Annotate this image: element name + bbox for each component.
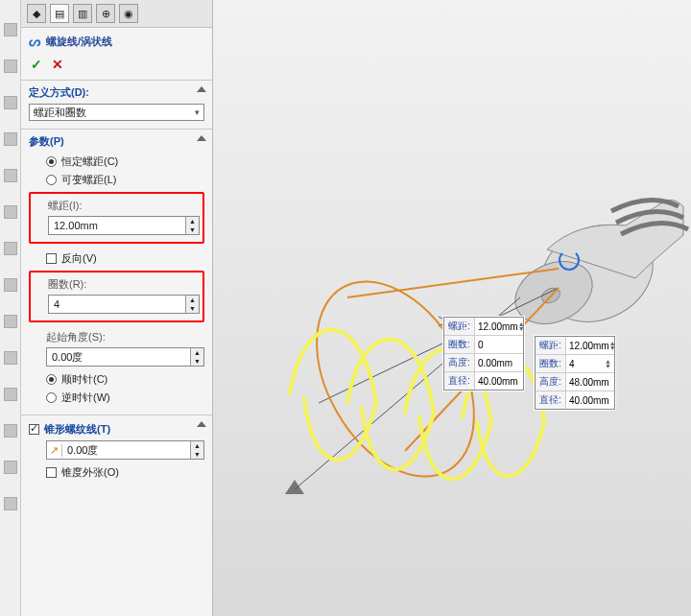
ltool-icon[interactable] xyxy=(4,424,17,438)
pitch-label: 螺距(I): xyxy=(34,197,200,214)
ok-button[interactable]: ✓ xyxy=(31,57,42,72)
ltool-icon[interactable] xyxy=(4,351,17,365)
section-params: 参数(P) 恒定螺距(C) 可变螺距(L) 螺距(I): 12.00mm ▲▼ … xyxy=(21,129,212,415)
property-panel: ◆ ▤ ▥ ⊕ ◉ ᔕ 螺旋线/涡状线 ✓ ✕ 定义方式(D): 螺距和圈数 参… xyxy=(21,0,213,616)
spinner-icon[interactable]: ▲▼ xyxy=(609,341,616,350)
c2-v2: 48.00mm xyxy=(569,377,609,388)
viewport-svg xyxy=(213,0,691,616)
ltool-icon[interactable] xyxy=(4,23,17,36)
reverse-label: 反向(V) xyxy=(61,251,97,266)
helix-icon: ᔕ xyxy=(29,34,40,49)
radio-variable-label: 可变螺距(L) xyxy=(61,173,116,187)
method-dropdown[interactable]: 螺距和圈数 xyxy=(29,104,204,121)
radio-dot-icon xyxy=(46,374,57,385)
c1-v3: 40.00mm xyxy=(478,376,518,387)
pitch-value: 12.00mm xyxy=(49,220,185,231)
tab-config-icon[interactable]: ▥ xyxy=(73,4,92,23)
spinner-icon[interactable]: ▲▼ xyxy=(605,359,611,368)
c2-k0: 螺距: xyxy=(536,337,566,354)
radio-constant-pitch[interactable]: 恒定螺距(C) xyxy=(29,153,204,171)
ltool-icon[interactable] xyxy=(4,278,17,292)
confirm-row: ✓ ✕ xyxy=(21,55,212,80)
spinner-icon[interactable]: ▲▼ xyxy=(190,348,203,366)
section-method: 定义方式(D): 螺距和圈数 xyxy=(21,80,212,129)
radio-constant-label: 恒定螺距(C) xyxy=(61,154,118,169)
ccw-label: 逆时针(W) xyxy=(61,391,110,405)
taper-angle-value: 0.00度 xyxy=(62,443,190,458)
outward-label: 锥度外张(O) xyxy=(61,465,119,480)
svg-marker-3 xyxy=(285,480,304,494)
c1-v2: 0.00mm xyxy=(478,358,512,368)
startangle-value: 0.00度 xyxy=(47,350,190,365)
ltool-icon[interactable] xyxy=(4,169,17,182)
startangle-input[interactable]: 0.00度 ▲▼ xyxy=(46,347,204,367)
radio-dot-icon xyxy=(46,175,57,185)
spinner-icon[interactable]: ▲▼ xyxy=(190,441,203,459)
tab-appearance-icon[interactable]: ◉ xyxy=(119,4,138,23)
graphics-viewport[interactable]: 螺距:12.00mm▲▼ 圈数:0 高度:0.00mm 直径:40.00mm 螺… xyxy=(213,0,691,616)
c2-k2: 高度: xyxy=(536,373,566,391)
ltool-icon[interactable] xyxy=(4,315,17,328)
c2-v3: 40.00mm xyxy=(569,395,609,406)
panel-header: ᔕ 螺旋线/涡状线 xyxy=(21,28,212,55)
taper-label: 锥形螺纹线(T) xyxy=(44,422,110,437)
c2-k1: 圈数: xyxy=(536,355,566,372)
ltool-icon[interactable] xyxy=(4,59,17,73)
method-value: 螺距和圈数 xyxy=(34,106,86,120)
callout-start[interactable]: 螺距:12.00mm▲▼ 圈数:0 高度:0.00mm 直径:40.00mm xyxy=(443,317,524,391)
cancel-button[interactable]: ✕ xyxy=(52,57,63,72)
ltool-icon[interactable] xyxy=(4,96,17,109)
check-outward[interactable]: 锥度外张(O) xyxy=(29,463,204,482)
c1-k2: 高度: xyxy=(444,354,475,371)
radio-ccw[interactable]: 逆时针(W) xyxy=(29,389,204,407)
spinner-icon[interactable]: ▲▼ xyxy=(185,217,199,234)
turns-label: 圈数(R): xyxy=(34,275,200,293)
check-reverse[interactable]: 反向(V) xyxy=(29,249,204,268)
pitch-input[interactable]: 12.00mm ▲▼ xyxy=(48,216,200,235)
radio-variable-pitch[interactable]: 可变螺距(L) xyxy=(29,171,204,189)
ltool-icon[interactable] xyxy=(4,205,17,219)
highlight-turns: 圈数(R): 4 ▲▼ xyxy=(29,271,204,322)
radio-dot-icon xyxy=(46,392,57,403)
c1-k3: 直径: xyxy=(444,372,475,390)
panel-title: 螺旋线/涡状线 xyxy=(46,35,112,49)
c2-k3: 直径: xyxy=(536,391,566,409)
callout-end[interactable]: 螺距:12.00mm▲▼ 圈数:4▲▼ 高度:48.00mm 直径:40.00m… xyxy=(535,336,615,410)
c1-v1: 0 xyxy=(478,340,484,350)
params-label: 参数(P) xyxy=(29,134,204,149)
left-tool-strip xyxy=(0,0,21,616)
rotate-view-icon[interactable] xyxy=(559,249,580,271)
c1-k0: 螺距: xyxy=(444,318,475,335)
c1-v0: 12.00mm xyxy=(478,321,518,332)
c2-v1: 4 xyxy=(569,359,575,369)
checkbox-icon xyxy=(46,253,57,264)
checkbox-icon xyxy=(46,467,57,478)
turns-value: 4 xyxy=(49,298,185,310)
socket-body xyxy=(505,200,688,340)
highlight-pitch: 螺距(I): 12.00mm ▲▼ xyxy=(29,192,204,244)
check-taper[interactable]: 锥形螺纹线(T) xyxy=(29,420,204,438)
radio-cw[interactable]: 顺时针(C) xyxy=(29,370,204,389)
ltool-icon[interactable] xyxy=(4,242,17,255)
ltool-icon[interactable] xyxy=(4,388,17,401)
collapse-icon[interactable] xyxy=(197,86,206,92)
spinner-icon[interactable]: ▲▼ xyxy=(518,321,525,331)
checkbox-icon xyxy=(29,424,39,435)
c2-v0: 12.00mm xyxy=(569,341,609,351)
tab-property-icon[interactable]: ▤ xyxy=(50,4,69,23)
tab-display-icon[interactable]: ⊕ xyxy=(96,4,115,23)
ltool-icon[interactable] xyxy=(4,132,17,146)
c1-k1: 圈数: xyxy=(444,336,475,353)
ltool-icon[interactable] xyxy=(4,461,17,474)
turns-input[interactable]: 4 ▲▼ xyxy=(48,295,200,314)
ltool-icon[interactable] xyxy=(4,497,17,510)
method-label: 定义方式(D): xyxy=(29,85,204,100)
spinner-icon[interactable]: ▲▼ xyxy=(185,296,199,313)
radio-dot-icon xyxy=(46,156,57,167)
collapse-icon[interactable] xyxy=(197,135,206,141)
tab-feature-icon[interactable]: ◆ xyxy=(27,4,46,23)
angle-icon: ↗ xyxy=(47,444,62,457)
taper-angle-input[interactable]: ↗ 0.00度 ▲▼ xyxy=(46,440,204,460)
collapse-icon[interactable] xyxy=(197,421,206,427)
section-taper: 锥形螺纹线(T) ↗ 0.00度 ▲▼ 锥度外张(O) xyxy=(21,415,212,489)
